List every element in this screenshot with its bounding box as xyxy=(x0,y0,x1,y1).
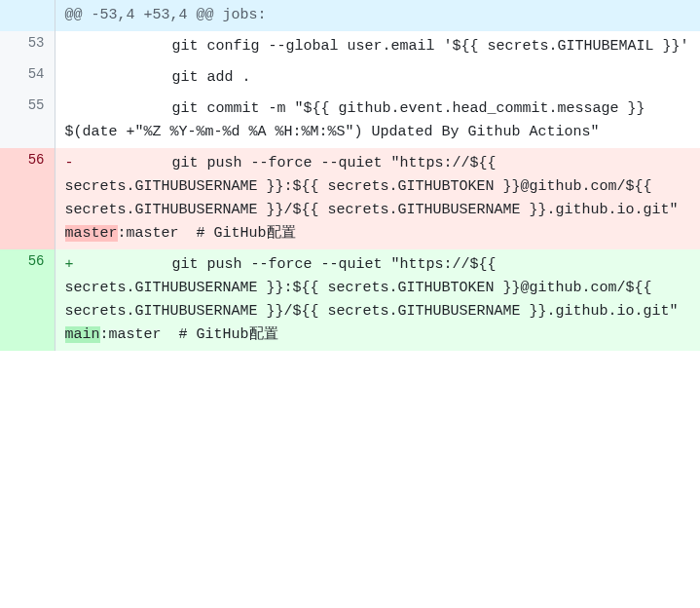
code-text: :master # GitHub配置 xyxy=(100,326,278,343)
line-number-cell: 53 xyxy=(0,31,55,62)
hunk-header: @@ -53,4 +53,4 @@ jobs: xyxy=(55,0,700,31)
deletion-marker: - xyxy=(65,152,85,175)
line-number-cell: 55 xyxy=(0,94,55,148)
code-line[interactable]: git add . xyxy=(55,62,700,94)
code-line[interactable]: git config --global user.email '${{ secr… xyxy=(55,31,700,62)
context-row: 53 git config --global user.email '${{ s… xyxy=(0,31,700,62)
code-line-deleted[interactable]: - git push --force --quiet "https://${{ … xyxy=(55,148,700,249)
code-text: git commit -m "${{ github.event.head_com… xyxy=(65,100,654,140)
code-text: :master # GitHub配置 xyxy=(118,225,296,242)
line-number-cell: 56 xyxy=(0,148,55,249)
line-marker xyxy=(65,35,85,58)
changed-text-added: main xyxy=(65,326,100,343)
context-row: 54 git add . xyxy=(0,62,700,94)
code-text: git push --force --quiet "https://${{ se… xyxy=(65,256,687,320)
diff-table: @@ -53,4 +53,4 @@ jobs: 53 git config --… xyxy=(0,0,700,351)
context-row: 55 git commit -m "${{ github.event.head_… xyxy=(0,94,700,148)
code-line-added[interactable]: + git push --force --quiet "https://${{ … xyxy=(55,249,700,351)
code-text: git push --force --quiet "https://${{ se… xyxy=(65,155,687,218)
code-text: git config --global user.email '${{ secr… xyxy=(85,38,689,55)
code-text: git add . xyxy=(85,69,251,86)
line-marker xyxy=(65,66,85,90)
line-number-cell: 54 xyxy=(0,62,55,94)
addition-marker: + xyxy=(65,253,85,277)
line-number-cell xyxy=(0,0,55,31)
line-number-cell: 56 xyxy=(0,249,55,351)
code-line[interactable]: git commit -m "${{ github.event.head_com… xyxy=(55,94,700,148)
addition-row: 56 + git push --force --quiet "https://$… xyxy=(0,249,700,351)
line-marker xyxy=(65,97,85,121)
hunk-header-row: @@ -53,4 +53,4 @@ jobs: xyxy=(0,0,700,31)
deletion-row: 56 - git push --force --quiet "https://$… xyxy=(0,148,700,249)
changed-text-deleted: master xyxy=(65,225,118,242)
